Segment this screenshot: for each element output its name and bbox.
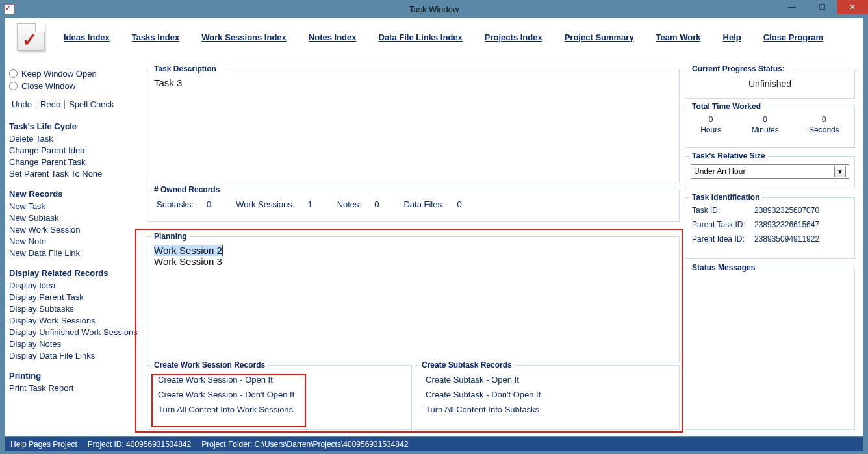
menu-close-program[interactable]: Close Program [763,32,823,42]
planning-legend: Planning [151,232,190,241]
life-cycle-heading: Task's Life Cycle [9,121,139,131]
client-area: ✓ Ideas Index Tasks Index Work Sessions … [5,18,863,436]
task-description-group: Task Description Task 3 [147,69,680,183]
status-project-folder-value: C:\Users\Darren\Projects\400956931534842 [255,440,409,449]
create-ws-dont-open-link[interactable]: Create Work Session - Don't Open It [158,390,294,399]
close-window-radio[interactable] [9,82,18,90]
display-data-file-links-link[interactable]: Display Data File Links [9,351,139,360]
progress-legend: Current Progress Status: [689,64,787,73]
print-task-report-link[interactable]: Print Task Report [9,383,139,393]
app-icon: ✓ [17,23,44,51]
create-subtask-open-link[interactable]: Create Subtask - Open It [426,375,541,385]
status-help-pages[interactable]: Help Pages Project [10,440,77,449]
display-idea-link[interactable]: Display Idea [9,281,139,290]
menu-ideas-index[interactable]: Ideas Index [64,32,110,42]
parent-task-id-label: Parent Task ID: [692,220,748,229]
display-notes-link[interactable]: Display Notes [9,339,139,349]
turn-all-into-subtasks-link[interactable]: Turn All Content Into Subtasks [426,405,541,414]
menu-projects-index[interactable]: Projects Index [485,32,542,42]
turn-all-into-ws-link[interactable]: Turn All Content Into Work Sessions [158,405,294,414]
create-subtask-dont-open-link[interactable]: Create Subtask - Don't Open It [426,390,541,399]
display-work-sessions-link[interactable]: Display Work Sessions [9,316,139,325]
notes-label: Notes: [337,199,362,209]
owned-records-legend: # Owned Records [151,185,222,194]
menu-tasks-index[interactable]: Tasks Index [132,32,179,42]
progress-value: Unfinished [685,79,854,89]
chevron-down-icon[interactable]: ▼ [834,166,846,177]
display-parent-task-link[interactable]: Display Parent Task [9,292,139,302]
menu-work-sessions-index[interactable]: Work Sessions Index [201,32,287,42]
new-subtask-link[interactable]: New Subtask [9,213,139,223]
minimize-button[interactable]: — [777,0,807,14]
subtasks-value: 0 [207,199,211,209]
new-records-heading: New Records [9,189,139,199]
task-description-text[interactable]: Task 3 [154,77,672,179]
seconds-value: 0 [822,115,826,124]
create-subtask-legend: Create Subtask Records [419,360,515,370]
change-parent-task-link[interactable]: Change Parent Task [9,157,139,167]
relative-size-group: Task's Relative Size Under An Hour ▼ [685,156,855,188]
keep-window-open-radio[interactable] [9,69,18,78]
seconds-label: Seconds [809,125,839,134]
status-messages-group: Status Messages [685,268,855,430]
planning-item-selected[interactable]: Work Session 2 [154,245,223,256]
menu-team-work[interactable]: Team Work [656,32,701,42]
change-parent-idea-link[interactable]: Change Parent Idea [9,145,139,155]
delete-task-link[interactable]: Delete Task [9,134,139,144]
display-unfinished-ws-link[interactable]: Display Unfinished Work Sessions [9,327,139,337]
work-sessions-value: 1 [307,199,312,209]
data-files-value: 0 [457,199,462,209]
data-files-label: Data Files: [403,199,444,209]
task-id-label: Task ID: [692,206,748,215]
parent-idea-id-label: Parent Idea ID: [692,234,748,244]
time-legend: Total Time Worked [689,102,763,111]
work-sessions-label: Work Sessions: [236,199,294,209]
spell-check-button[interactable]: Spell Check [66,99,116,109]
owned-records-group: # Owned Records Subtasks:0 Work Sessions… [147,190,680,222]
display-subtasks-link[interactable]: Display Subtasks [9,304,139,314]
subtasks-label: Subtasks: [157,199,194,209]
menu-help[interactable]: Help [723,32,741,42]
new-note-link[interactable]: New Note [9,236,139,246]
titlebar[interactable]: Task Window — ☐ ✕ [0,0,868,18]
menu-notes-index[interactable]: Notes Index [309,32,357,42]
hours-value: 0 [709,115,713,124]
create-ws-open-link[interactable]: Create Work Session - Open It [158,375,294,385]
task-identification-group: Task Identification Task ID:238932325607… [685,197,855,259]
notes-value: 0 [374,199,379,209]
status-bar: Help Pages Project Project ID: 400956931… [5,437,863,451]
window-title: Task Window [0,5,868,14]
menu-project-summary[interactable]: Project Summary [565,32,634,42]
menu-data-file-links-index[interactable]: Data File Links Index [379,32,463,42]
maximize-button[interactable]: ☐ [807,0,837,14]
total-time-worked-group: Total Time Worked 0Hours 0Minutes 0Secon… [685,107,855,148]
task-window: Task Window — ☐ ✕ ✓ Ideas Index Tasks In… [0,0,868,454]
undo-button[interactable]: Undo [9,99,34,109]
relative-size-value: Under An Hour [694,167,745,176]
new-work-session-link[interactable]: New Work Session [9,225,139,234]
keep-window-open-label[interactable]: Keep Window Open [21,69,97,79]
new-data-file-link-link[interactable]: New Data File Link [9,248,139,258]
current-progress-status-group: Current Progress Status: Unfinished [685,69,855,99]
hours-label: Hours [700,125,721,134]
close-window-label[interactable]: Close Window [21,81,75,91]
close-button[interactable]: ✕ [837,0,868,14]
status-project-id-label: Project ID: [88,440,124,449]
ident-legend: Task Identification [689,193,762,202]
main-menu: Ideas Index Tasks Index Work Sessions In… [64,32,823,42]
set-parent-task-none-link[interactable]: Set Parent Task To None [9,169,139,179]
status-project-folder-label: Project Folder: [201,440,252,449]
sidebar: Keep Window Open Close Window Undo Redo … [9,69,139,395]
minutes-value: 0 [763,115,767,124]
printing-heading: Printing [9,371,139,381]
redo-button[interactable]: Redo [38,99,63,109]
planning-textarea[interactable]: Work Session 2 Work Session 3 [154,245,672,267]
relative-size-combobox[interactable]: Under An Hour ▼ [691,164,849,179]
new-task-link[interactable]: New Task [9,201,139,211]
parent-idea-id-value: 238935094911922 [754,234,819,244]
task-id-value: 238932325607070 [754,206,819,215]
status-messages-legend: Status Messages [689,263,758,272]
create-ws-legend: Create Work Session Records [151,360,268,370]
task-description-legend: Task Description [151,64,219,73]
planning-item[interactable]: Work Session 3 [154,256,222,267]
